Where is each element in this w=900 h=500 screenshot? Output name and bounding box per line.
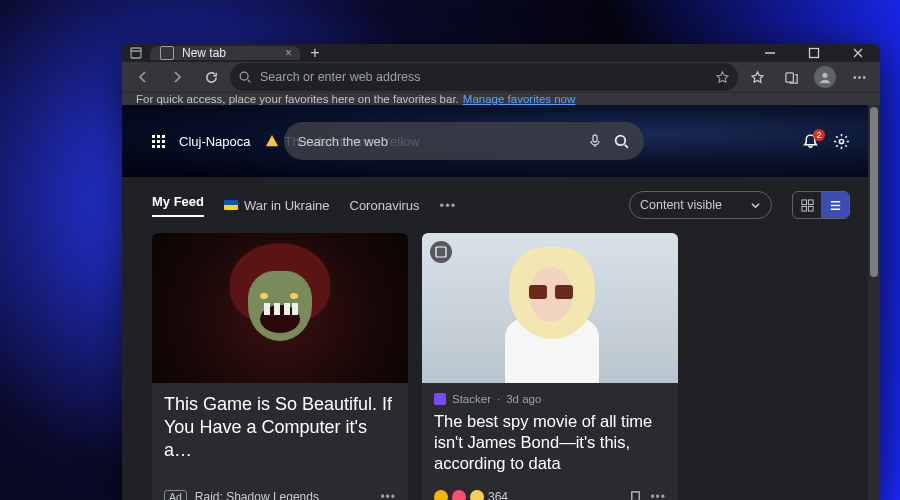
manage-favorites-link[interactable]: Manage favorites now	[463, 93, 576, 105]
menu-button[interactable]	[844, 62, 874, 92]
browser-tab[interactable]: New tab ×	[150, 46, 300, 60]
svg-point-6	[858, 76, 860, 78]
ad-badge: Ad	[164, 490, 187, 500]
orc-illustration	[220, 243, 340, 373]
layout-grid-button[interactable]	[793, 192, 821, 218]
card-footer: 364 •••	[422, 482, 678, 500]
forward-button[interactable]	[162, 62, 192, 92]
collections-button[interactable]	[776, 62, 806, 92]
feed-topic-coronavirus[interactable]: Coronavirus	[350, 198, 420, 213]
content-visibility-dropdown[interactable]: Content visible	[629, 191, 772, 219]
notification-badge: 2	[813, 129, 825, 141]
address-bar-placeholder: Search or enter web address	[260, 70, 707, 84]
card-footer: Ad Raid: Shadow Legends •••	[152, 482, 408, 500]
feed-header: My Feed War in Ukraine Coronavirus ••• C…	[152, 191, 850, 219]
notifications-button[interactable]: 2	[802, 133, 819, 150]
svg-rect-14	[808, 206, 813, 211]
card-image	[422, 233, 678, 383]
reactions[interactable]: 364	[434, 490, 508, 500]
hero-bar: Cluj-Napoca Thunderstorms · Yellow Searc…	[122, 105, 880, 177]
card-more-icon[interactable]: •••	[650, 490, 666, 500]
feed-more-topics[interactable]: •••	[440, 198, 457, 213]
scrollbar-thumb[interactable]	[870, 107, 878, 277]
svg-point-7	[862, 76, 864, 78]
titlebar: New tab × +	[122, 44, 880, 62]
close-window-button[interactable]	[836, 44, 880, 62]
svg-rect-12	[808, 199, 813, 204]
card-headline: This Game is So Beautiful. If You Have a…	[164, 393, 396, 462]
maximize-button[interactable]	[792, 44, 836, 62]
hero-search-box[interactable]: Search the web	[284, 122, 644, 160]
new-tab-button[interactable]: +	[300, 44, 330, 62]
svg-point-4	[822, 73, 827, 78]
favorites-star-icon[interactable]	[715, 70, 730, 85]
reaction-wow-icon	[470, 490, 484, 500]
feed-card[interactable]: Stacker · 3d ago The best spy movie of a…	[422, 233, 678, 500]
svg-rect-8	[593, 135, 597, 142]
favorites-hint-text: For quick access, place your favorites h…	[136, 93, 459, 105]
feed-tab-myfeed[interactable]: My Feed	[152, 194, 204, 217]
weather-warning-icon	[265, 134, 279, 148]
tab-favicon-icon	[160, 46, 174, 60]
refresh-button[interactable]	[196, 62, 226, 92]
layout-list-button[interactable]	[821, 192, 849, 218]
minimize-button[interactable]	[748, 44, 792, 62]
profile-avatar[interactable]	[814, 66, 836, 88]
settings-icon[interactable]	[833, 133, 850, 150]
svg-point-5	[853, 76, 855, 78]
feed-card[interactable]: This Game is So Beautiful. If You Have a…	[152, 233, 408, 500]
svg-rect-1	[810, 49, 819, 58]
feed-section: My Feed War in Ukraine Coronavirus ••• C…	[122, 177, 880, 500]
reaction-love-icon	[452, 490, 466, 500]
bookmark-icon[interactable]	[629, 491, 642, 500]
feed-topic-ukraine[interactable]: War in Ukraine	[224, 198, 329, 213]
svg-rect-11	[801, 199, 806, 204]
reaction-like-icon	[434, 490, 448, 500]
svg-rect-13	[801, 206, 806, 211]
svg-point-2	[240, 72, 248, 80]
search-submit-icon[interactable]	[613, 133, 630, 150]
chevron-down-icon	[750, 200, 761, 211]
hero-search-placeholder: Search the web	[298, 134, 577, 149]
card-image	[152, 233, 408, 383]
svg-point-9	[615, 135, 625, 145]
tab-close-button[interactable]: ×	[285, 46, 292, 60]
card-source: Raid: Shadow Legends	[195, 490, 319, 500]
layout-toggle	[792, 191, 850, 219]
tab-title: New tab	[182, 46, 226, 60]
favorites-bar: For quick access, place your favorites h…	[122, 92, 880, 105]
card-headline: The best spy movie of all time isn't Jam…	[434, 411, 666, 474]
apps-grid-icon[interactable]	[152, 135, 165, 148]
svg-rect-3	[785, 72, 793, 81]
search-icon	[238, 70, 252, 84]
source-icon	[434, 393, 446, 405]
card-time: 3d ago	[506, 393, 541, 405]
svg-rect-0	[131, 48, 141, 58]
scrollbar-track[interactable]	[868, 105, 880, 500]
tabs-overview-icon[interactable]	[122, 47, 150, 59]
ukraine-flag-icon	[224, 200, 238, 210]
card-source: Stacker	[452, 393, 491, 405]
back-button[interactable]	[128, 62, 158, 92]
woman-illustration	[475, 243, 625, 383]
browser-window: New tab × + Search or e	[122, 44, 880, 500]
svg-point-10	[839, 139, 843, 143]
svg-rect-15	[436, 247, 446, 257]
address-bar[interactable]: Search or enter web address	[230, 63, 738, 91]
toolbar: Search or enter web address	[122, 62, 880, 92]
voice-search-icon[interactable]	[587, 133, 603, 149]
feed-cards: This Game is So Beautiful. If You Have a…	[152, 233, 850, 500]
favorites-button[interactable]	[742, 62, 772, 92]
card-more-icon[interactable]: •••	[380, 490, 396, 500]
page-content: Cluj-Napoca Thunderstorms · Yellow Searc…	[122, 105, 880, 500]
location-label[interactable]: Cluj-Napoca	[179, 134, 251, 149]
reaction-count: 364	[488, 490, 508, 500]
save-card-icon[interactable]	[430, 241, 452, 263]
